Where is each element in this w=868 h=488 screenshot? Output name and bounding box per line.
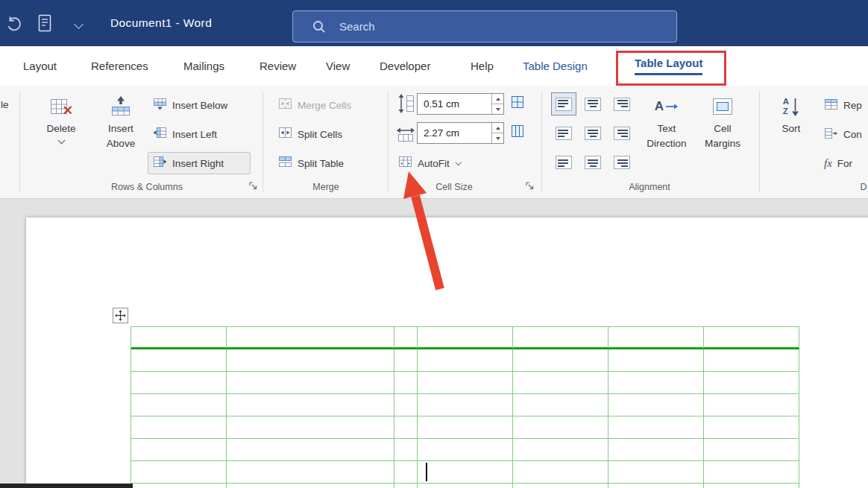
split-table-button[interactable]: Split Table	[273, 152, 371, 174]
table-cell[interactable]	[704, 484, 799, 488]
search-box[interactable]: Search	[292, 10, 677, 42]
height-spin-down-button[interactable]	[492, 104, 503, 114]
tab-references[interactable]: References	[91, 46, 148, 86]
table-cell[interactable]	[513, 327, 608, 349]
split-cells-button[interactable]: Split Cells	[273, 123, 371, 145]
table-cell[interactable]	[704, 461, 799, 484]
table-cell[interactable]	[608, 416, 704, 439]
table-cell[interactable]	[513, 394, 608, 416]
insert-above-button[interactable]: Insert Above	[98, 90, 144, 180]
table-cell[interactable]	[131, 394, 227, 416]
table-cell[interactable]	[227, 372, 394, 394]
distribute-columns-button[interactable]	[511, 124, 524, 141]
table-cell[interactable]	[131, 484, 227, 488]
tab-mailings[interactable]: Mailings	[183, 46, 224, 86]
cell-margins-button[interactable]: Cell Margins	[698, 90, 747, 180]
tab-developer[interactable]: Developer	[380, 46, 430, 86]
table-cell[interactable]	[394, 484, 418, 488]
table-cell[interactable]	[418, 416, 513, 439]
table-cell[interactable]	[394, 372, 418, 394]
table-cell[interactable]	[608, 327, 704, 349]
table-cell[interactable]	[418, 461, 513, 484]
table-cell[interactable]	[227, 394, 394, 416]
table-cell[interactable]	[227, 439, 394, 461]
table-cell[interactable]	[704, 349, 799, 372]
align-top-right-button[interactable]	[609, 92, 635, 115]
table-cell[interactable]	[418, 349, 513, 372]
delete-button[interactable]: Delete	[39, 90, 84, 180]
table-cell[interactable]	[608, 349, 704, 372]
merge-cells-button[interactable]: Merge Cells	[273, 94, 371, 116]
document-preview-icon[interactable]	[37, 14, 52, 35]
table-cell[interactable]	[704, 372, 799, 394]
table-cell[interactable]	[394, 327, 418, 349]
table-cell[interactable]	[227, 461, 394, 484]
convert-to-text-button[interactable]: Con	[819, 123, 868, 145]
insert-below-button[interactable]: Insert Below	[148, 94, 251, 116]
table-cell[interactable]	[608, 461, 704, 484]
width-spin-down-button[interactable]	[492, 133, 503, 143]
width-spin-up-button[interactable]	[492, 123, 503, 133]
table-cell[interactable]	[418, 372, 513, 394]
align-top-center-button[interactable]	[580, 92, 606, 115]
align-bottom-left-button[interactable]	[551, 150, 576, 174]
table-cell[interactable]	[394, 349, 418, 372]
text-direction-button[interactable]: A Text Direction	[643, 90, 691, 180]
sort-button[interactable]: A Z Sort	[772, 90, 811, 180]
table-cell[interactable]	[131, 439, 227, 461]
table-cell[interactable]	[608, 372, 704, 394]
insert-left-button[interactable]: Insert Left	[148, 123, 251, 145]
table-cell[interactable]	[418, 327, 513, 349]
table-cell[interactable]	[131, 416, 227, 439]
table-cell[interactable]	[227, 484, 394, 488]
align-center-button[interactable]	[580, 121, 606, 145]
align-top-left-button[interactable]	[551, 92, 576, 115]
table-cell[interactable]	[704, 439, 799, 461]
table-cell[interactable]	[131, 461, 227, 484]
table-cell[interactable]	[227, 416, 394, 439]
height-spin-up-button[interactable]	[492, 94, 503, 104]
quick-access-chevron-icon[interactable]	[74, 19, 84, 29]
table-cell[interactable]	[513, 439, 608, 461]
align-bottom-center-button[interactable]	[580, 150, 606, 174]
table-cell[interactable]	[394, 416, 418, 439]
table-cell[interactable]	[418, 439, 513, 461]
table-cell[interactable]	[418, 484, 513, 488]
rows-columns-dialog-launcher[interactable]	[248, 181, 258, 191]
table-column-width-field[interactable]: 2.27 cm	[417, 122, 504, 144]
align-center-left-button[interactable]	[551, 121, 576, 145]
autofit-button[interactable]: AutoFit	[393, 152, 481, 174]
table-cell[interactable]	[131, 327, 227, 349]
table-cell[interactable]	[394, 439, 418, 461]
table-cell[interactable]	[513, 484, 608, 488]
table-cell[interactable]	[608, 439, 704, 461]
repeat-header-rows-button[interactable]: Rep	[819, 94, 868, 116]
table-cell[interactable]	[131, 372, 227, 394]
cell-size-dialog-launcher[interactable]	[525, 181, 535, 191]
tab-review[interactable]: Review	[260, 46, 296, 86]
table-move-handle[interactable]	[113, 308, 128, 323]
table-cell[interactable]	[704, 327, 799, 349]
tab-view[interactable]: View	[326, 46, 350, 86]
table-cell[interactable]	[394, 394, 418, 416]
table-cell[interactable]	[418, 394, 513, 416]
table-cell[interactable]	[227, 327, 394, 349]
table-cell[interactable]	[394, 461, 418, 484]
table-row-height-field[interactable]: 0.51 cm	[417, 93, 504, 115]
tab-table-design[interactable]: Table Design	[523, 46, 588, 86]
table-cell[interactable]	[513, 349, 608, 372]
formula-button[interactable]: fx For	[819, 152, 868, 174]
table-cell[interactable]	[704, 394, 799, 416]
undo-icon[interactable]	[6, 16, 23, 36]
table-cell[interactable]	[704, 416, 799, 439]
table-cell[interactable]	[513, 372, 608, 394]
insert-right-button[interactable]: Insert Right	[148, 152, 251, 174]
tab-help[interactable]: Help	[471, 46, 494, 86]
table-cell[interactable]	[513, 461, 608, 484]
table-cell[interactable]	[513, 416, 608, 439]
align-center-right-button[interactable]	[609, 121, 635, 145]
table-cell[interactable]	[227, 349, 394, 372]
distribute-rows-button[interactable]	[511, 95, 524, 112]
align-bottom-right-button[interactable]	[609, 150, 635, 174]
tab-layout[interactable]: Layout	[23, 46, 57, 86]
